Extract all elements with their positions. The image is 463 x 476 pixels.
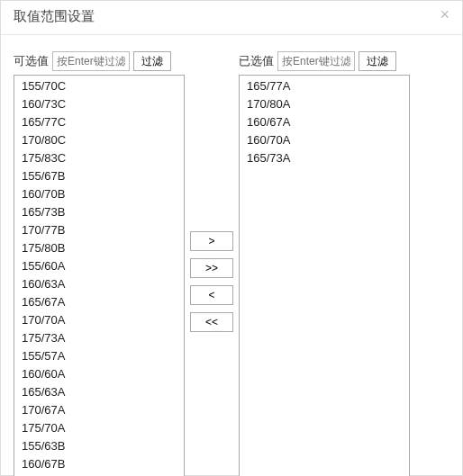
- dialog-header: 取值范围设置 ×: [1, 1, 462, 35]
- selected-label: 已选值: [239, 53, 274, 69]
- list-item[interactable]: 165/77C: [14, 113, 184, 131]
- move-right-button[interactable]: >: [190, 231, 233, 251]
- list-item[interactable]: 170/67A: [14, 401, 184, 419]
- available-listbox[interactable]: 155/70C160/73C165/77C170/80C175/83C155/6…: [14, 75, 185, 476]
- list-item[interactable]: 155/60A: [14, 257, 184, 275]
- list-item[interactable]: 160/73C: [14, 95, 184, 113]
- list-item[interactable]: 160/70B: [14, 185, 184, 203]
- selected-filter-input[interactable]: [277, 51, 355, 71]
- list-item[interactable]: 165/73B: [14, 203, 184, 221]
- dialog-title: 取值范围设置: [14, 8, 95, 23]
- list-item[interactable]: 165/77A: [240, 77, 409, 95]
- list-item[interactable]: 155/57A: [14, 347, 184, 365]
- list-item[interactable]: 170/80A: [240, 95, 409, 113]
- list-item[interactable]: 160/67B: [14, 455, 184, 473]
- selected-column: 已选值 过滤 165/77A170/80A160/67A160/70A165/7…: [239, 51, 410, 476]
- list-item[interactable]: 170/80C: [14, 131, 184, 149]
- available-filter-input[interactable]: [52, 51, 130, 71]
- move-all-right-button[interactable]: >>: [190, 258, 233, 278]
- list-item[interactable]: 155/70C: [14, 77, 184, 95]
- list-item[interactable]: 160/60A: [14, 365, 184, 383]
- list-item[interactable]: 175/83C: [14, 149, 184, 167]
- available-filter-button[interactable]: 过滤: [133, 51, 171, 71]
- list-item[interactable]: 175/70A: [14, 419, 184, 437]
- list-item[interactable]: 155/63B: [14, 437, 184, 455]
- dialog-body: 可选值 过滤 155/70C160/73C165/77C170/80C175/8…: [1, 35, 462, 476]
- value-range-dialog: 取值范围设置 × 可选值 过滤 155/70C160/73C165/77C170…: [0, 0, 463, 476]
- list-item[interactable]: 170/70A: [14, 311, 184, 329]
- selected-header: 已选值 过滤: [239, 51, 410, 71]
- list-item[interactable]: 155/67B: [14, 167, 184, 185]
- list-item[interactable]: 175/80B: [14, 239, 184, 257]
- list-item[interactable]: 160/67A: [240, 113, 409, 131]
- close-icon[interactable]: ×: [440, 6, 449, 22]
- selected-filter-button[interactable]: 过滤: [359, 51, 396, 71]
- list-item[interactable]: 165/73A: [240, 149, 409, 167]
- move-left-button[interactable]: <: [190, 285, 233, 305]
- list-item[interactable]: 165/67A: [14, 293, 184, 311]
- columns: 可选值 过滤 155/70C160/73C165/77C170/80C175/8…: [14, 51, 449, 476]
- list-item[interactable]: 165/63A: [14, 383, 184, 401]
- list-item[interactable]: 160/63A: [14, 275, 184, 293]
- move-buttons-column: > >> < <<: [185, 51, 239, 476]
- list-item[interactable]: 170/77B: [14, 221, 184, 239]
- list-item[interactable]: 160/70A: [240, 131, 409, 149]
- list-item[interactable]: 175/73A: [14, 329, 184, 347]
- available-header: 可选值 过滤: [14, 51, 185, 71]
- selected-listbox[interactable]: 165/77A170/80A160/67A160/70A165/73A: [239, 75, 410, 476]
- available-column: 可选值 过滤 155/70C160/73C165/77C170/80C175/8…: [14, 51, 185, 476]
- move-all-left-button[interactable]: <<: [190, 312, 233, 332]
- available-label: 可选值: [14, 53, 49, 69]
